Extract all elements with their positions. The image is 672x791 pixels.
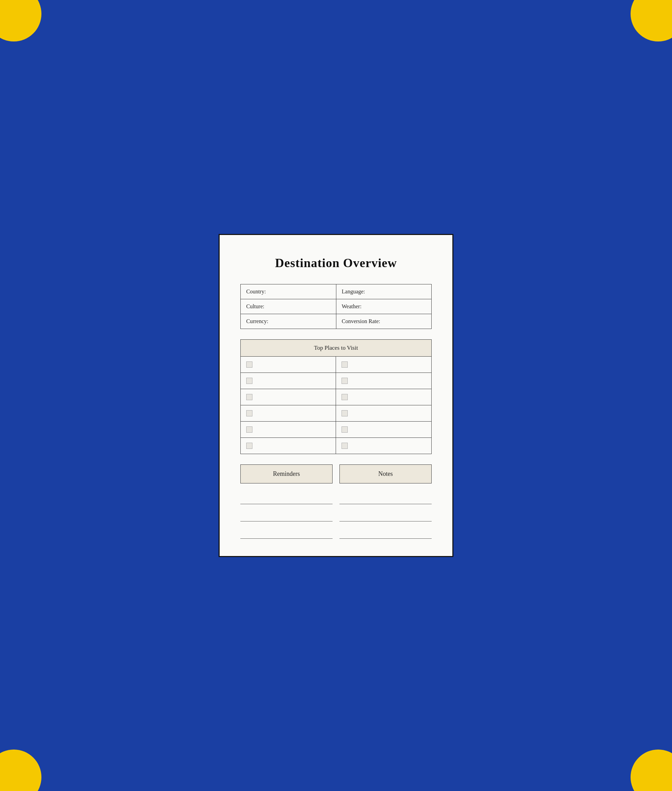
reminder-line-2[interactable] [240,511,333,521]
page-card: Destination Overview Country: Language: … [219,234,453,557]
corner-decoration-bl [0,749,42,791]
lines-area [240,494,432,539]
checkbox-icon[interactable] [342,378,348,384]
checkbox-icon[interactable] [342,443,348,449]
lines-row-3 [240,528,432,539]
list-item[interactable] [241,438,336,454]
list-item[interactable] [336,389,431,405]
list-item[interactable] [336,373,431,389]
reminder-line-1[interactable] [240,494,333,504]
corner-decoration-br [630,749,672,791]
checkbox-icon[interactable] [342,394,348,400]
checkbox-icon[interactable] [246,394,253,400]
info-table: Country: Language: Culture: Weather: Cur… [240,284,432,329]
reminders-notes-row: Reminders Notes [240,464,432,483]
lines-row-1 [240,494,432,504]
checkbox-icon[interactable] [246,410,253,416]
list-item[interactable] [336,357,431,373]
places-rows [241,357,431,454]
corner-decoration-tr [630,0,672,42]
notes-line-3[interactable] [339,528,432,539]
notes-line-1[interactable] [339,494,432,504]
checkbox-icon[interactable] [342,410,348,416]
conversion-rate-label: Conversion Rate: [336,314,432,329]
info-row-3: Currency: Conversion Rate: [241,314,432,329]
places-section: Top Places to Visit [240,339,432,454]
page-title: Destination Overview [240,256,432,270]
language-label: Language: [336,284,432,299]
checkbox-icon[interactable] [246,443,253,449]
list-item[interactable] [241,373,336,389]
info-row-2: Culture: Weather: [241,299,432,314]
places-col-right [336,357,431,454]
list-item[interactable] [241,422,336,438]
lines-row-2 [240,511,432,521]
corner-decoration-tl [0,0,42,42]
list-item[interactable] [241,405,336,422]
list-item[interactable] [336,438,431,454]
currency-label: Currency: [241,314,336,329]
culture-label: Culture: [241,299,336,314]
notes-header: Notes [339,464,432,483]
info-row-1: Country: Language: [241,284,432,299]
country-label: Country: [241,284,336,299]
weather-label: Weather: [336,299,432,314]
notes-line-2[interactable] [339,511,432,521]
list-item[interactable] [336,405,431,422]
list-item[interactable] [241,389,336,405]
checkbox-icon[interactable] [246,361,253,368]
checkbox-icon[interactable] [342,361,348,368]
checkbox-icon[interactable] [246,378,253,384]
list-item[interactable] [336,422,431,438]
list-item[interactable] [241,357,336,373]
reminder-line-3[interactable] [240,528,333,539]
places-col-left [241,357,336,454]
checkbox-icon[interactable] [246,427,253,433]
reminders-header: Reminders [240,464,333,483]
places-header: Top Places to Visit [241,340,431,357]
checkbox-icon[interactable] [342,427,348,433]
